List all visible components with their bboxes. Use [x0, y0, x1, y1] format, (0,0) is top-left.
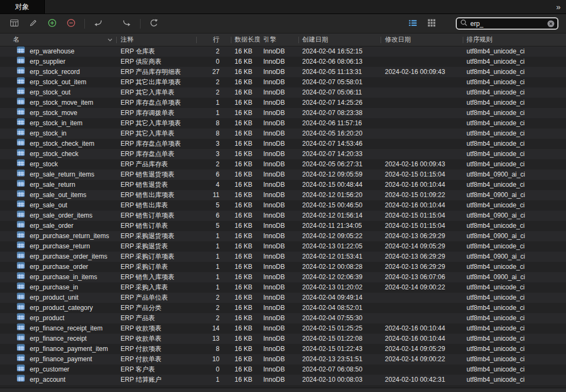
table-row[interactable]: erp_stock_in_item ERP 其它入库单项表 8 16 KB In…: [0, 118, 566, 129]
column-header-comment[interactable]: 注释: [117, 33, 197, 46]
table-row[interactable]: erp_account ERP 结算账户 1 16 KB InnoDB 2024…: [0, 375, 566, 385]
table-row[interactable]: erp_finance_receipt_item ERP 收款项表 14 16 …: [0, 323, 566, 334]
cell-data-length: 16 KB: [231, 46, 260, 57]
cell-data-length: 16 KB: [231, 323, 260, 334]
cell-data-length: 16 KB: [231, 87, 260, 98]
table-row[interactable]: erp_product_unit ERP 产品单位表 2 16 KB InnoD…: [0, 293, 566, 303]
table-row[interactable]: erp_sale_return_items ERP 销售退货项表 6 16 KB…: [0, 170, 566, 180]
column-header-modified[interactable]: 修改日期: [381, 33, 463, 46]
grid-view-button[interactable]: [427, 19, 436, 28]
table-row[interactable]: erp_stock_out ERP 其它入库单表 2 16 KB InnoDB …: [0, 87, 566, 98]
cell-modified: 2024-02-10 00:42:31: [381, 375, 463, 385]
cell-engine: InnoDB: [260, 241, 299, 252]
cell-created: 2024-02-12 09:05:59: [299, 170, 381, 180]
cell-data-length: 16 KB: [231, 334, 260, 344]
table-row[interactable]: erp_sale_out_items ERP 销售出库项表 11 16 KB I…: [0, 190, 566, 200]
cell-name: erp_stock_move: [0, 108, 117, 118]
table-row[interactable]: erp_purchase_return ERP 采购退货表 1 16 KB In…: [0, 241, 566, 252]
tab-overflow-chevron[interactable]: »: [551, 0, 566, 13]
refresh-button[interactable]: [146, 17, 161, 31]
column-header-engine[interactable]: 引擎: [260, 33, 299, 46]
plus-circle-icon: [48, 18, 57, 29]
cell-modified: [381, 364, 463, 375]
table-icon: [17, 282, 25, 293]
search-input[interactable]: [470, 20, 547, 28]
cell-engine: InnoDB: [260, 323, 299, 334]
table-name-text: erp_finance_payment_item: [30, 344, 108, 354]
table-row[interactable]: erp_stock_move_item ERP 库存盘点单项表 1 16 KB …: [0, 98, 566, 108]
column-header-created[interactable]: 创建日期: [299, 33, 381, 46]
cell-collation: utf8mb4_unicode_ci: [463, 293, 566, 303]
table-row[interactable]: erp_sale_order ERP 销售订单表 5 16 KB InnoDB …: [0, 221, 566, 231]
delete-table-button[interactable]: [63, 17, 78, 31]
cell-collation: utf8mb4_unicode_ci: [463, 323, 566, 334]
table-row[interactable]: erp_stock_record ERP 产品库存明细表 27 16 KB In…: [0, 67, 566, 77]
toolbar-right-group: [408, 17, 562, 30]
cell-rows: 1: [197, 252, 231, 262]
cell-rows: 11: [197, 190, 231, 200]
export-wizard-button[interactable]: [119, 17, 134, 31]
cell-collation: utf8mb4_unicode_ci: [463, 344, 566, 354]
new-table-button[interactable]: [44, 17, 59, 31]
cell-engine: InnoDB: [260, 98, 299, 108]
table-row[interactable]: erp_finance_receipt ERP 收款单表 13 16 KB In…: [0, 334, 566, 344]
column-header-name-label: 名: [13, 33, 19, 46]
table-row[interactable]: erp_warehouse ERP 仓库表 2 16 KB InnoDB 202…: [0, 46, 566, 57]
list-view-button[interactable]: [408, 19, 417, 28]
cell-data-length: 16 KB: [231, 313, 260, 323]
table-row[interactable]: erp_customer ERP 客户表 0 16 KB InnoDB 2024…: [0, 364, 566, 375]
table-icon: [17, 190, 25, 200]
table-name-text: erp_stock_in_item: [30, 118, 82, 129]
cell-created: 2024-02-07 08:23:38: [299, 108, 381, 118]
cell-created: 2024-02-15 01:22:08: [299, 334, 381, 344]
cell-modified: [381, 46, 463, 57]
table-row[interactable]: erp_purchase_in ERP 采购入库表 1 16 KB InnoDB…: [0, 282, 566, 293]
cell-modified: [381, 129, 463, 139]
table-row[interactable]: erp_purchase_order_items ERP 采购订单项表 1 16…: [0, 252, 566, 262]
table-row[interactable]: erp_supplier ERP 供应商表 0 16 KB InnoDB 202…: [0, 57, 566, 67]
table-row[interactable]: erp_stock ERP 产品库存表 2 16 KB InnoDB 2024-…: [0, 159, 566, 170]
cell-modified: 2024-02-13 06:07:06: [381, 272, 463, 282]
cell-name: erp_sale_order_items: [0, 211, 117, 221]
table-row[interactable]: erp_purchase_order ERP 采购订单表 1 16 KB Inn…: [0, 262, 566, 272]
column-header-rows[interactable]: 行: [197, 33, 231, 46]
table-row[interactable]: erp_product ERP 产品表 2 16 KB InnoDB 2024-…: [0, 313, 566, 323]
table-icon: [17, 364, 25, 375]
table-name-text: erp_purchase_in_items: [30, 272, 97, 282]
open-table-button[interactable]: [6, 17, 22, 31]
cell-rows: 0: [197, 57, 231, 67]
table-row[interactable]: erp_stock_check ERP 库存盘点单表 3 16 KB InnoD…: [0, 149, 566, 159]
table-row[interactable]: erp_finance_payment ERP 付款单表 10 16 KB In…: [0, 354, 566, 364]
cell-modified: [381, 108, 463, 118]
table-row[interactable]: erp_finance_payment_item ERP 付款项表 8 16 K…: [0, 344, 566, 354]
import-wizard-button[interactable]: [90, 17, 105, 31]
table-row[interactable]: erp_stock_out_item ERP 其它出库单项表 2 16 KB I…: [0, 77, 566, 87]
tab-objects[interactable]: 对象: [0, 0, 45, 13]
column-header-data-length[interactable]: 数据长度: [231, 33, 260, 46]
column-header-name[interactable]: 名: [0, 33, 117, 46]
design-table-button[interactable]: [25, 17, 41, 31]
table-row[interactable]: erp_stock_move ERP 库存调拨单表 1 16 KB InnoDB…: [0, 108, 566, 118]
table-row[interactable]: erp_product_category ERP 产品分类 2 16 KB In…: [0, 303, 566, 313]
cell-rows: 2: [197, 87, 231, 98]
cell-rows: 1: [197, 272, 231, 282]
table-name-text: erp_sale_order_items: [30, 211, 92, 221]
table-row[interactable]: erp_stock_check_item ERP 库存盘点单项表 3 16 KB…: [0, 139, 566, 149]
cell-collation: utf8mb4_0900_ai_ci: [463, 170, 566, 180]
column-header-collation[interactable]: 排序规则: [463, 33, 566, 46]
table-row[interactable]: erp_stock_in ERP 其它入库单表 8 16 KB InnoDB 2…: [0, 129, 566, 139]
table-row[interactable]: erp_sale_order_items ERP 销售订单项表 6 16 KB …: [0, 211, 566, 221]
cell-data-length: 16 KB: [231, 354, 260, 364]
cell-data-length: 16 KB: [231, 272, 260, 282]
table-row[interactable]: erp_purchase_in_items ERP 销售入库项表 1 16 KB…: [0, 272, 566, 282]
cell-engine: InnoDB: [260, 334, 299, 344]
table-row[interactable]: erp_purchase_return_items ERP 采购退货项表 1 1…: [0, 231, 566, 241]
table-row[interactable]: erp_sale_out ERP 销售出库表 5 16 KB InnoDB 20…: [0, 200, 566, 211]
table-name-text: erp_stock_in: [30, 129, 66, 139]
clear-search-icon[interactable]: [547, 20, 555, 28]
table-icon: [17, 139, 25, 149]
table-icon: [17, 170, 25, 180]
table-row[interactable]: erp_sale_return ERP 销售退货表 4 16 KB InnoDB…: [0, 180, 566, 190]
cell-name: erp_account: [0, 375, 117, 385]
table-name-text: erp_finance_receipt: [30, 334, 86, 344]
